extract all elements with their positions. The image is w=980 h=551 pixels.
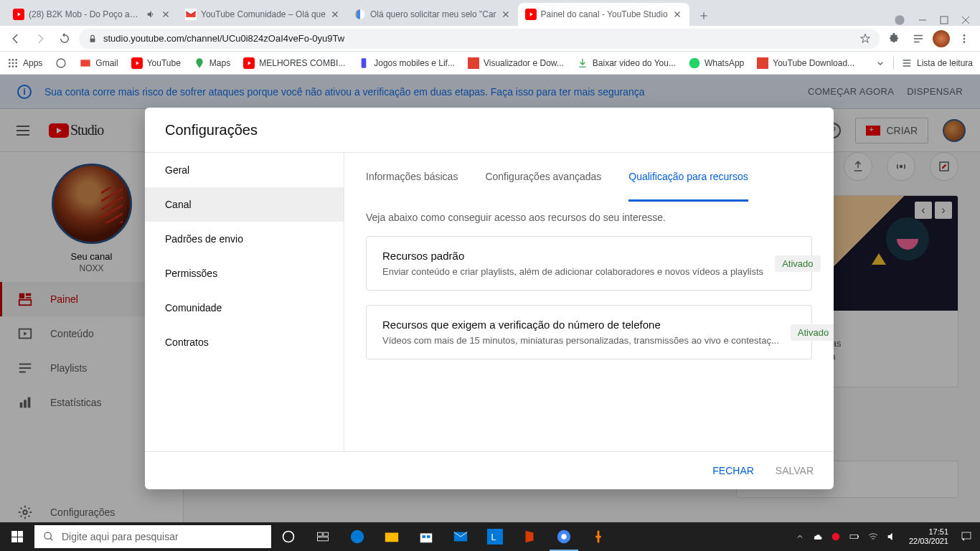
feature-description: Enviar conteúdo e criar playlists, além … [382, 266, 763, 277]
extensions-icon[interactable] [884, 29, 904, 49]
svg-text:L: L [491, 532, 496, 542]
bookmark-item[interactable]: Baixar video do You... [577, 57, 676, 69]
bookmark-item[interactable]: Visualizador e Dow... [468, 57, 564, 69]
tab-title: Painel do canal - YouTube Studio [541, 9, 668, 19]
tray-chevron-icon[interactable] [796, 532, 804, 541]
svg-rect-20 [81, 60, 90, 66]
url-text: studio.youtube.com/channel/UCu0i824zOaI4… [103, 33, 344, 44]
notifications-icon[interactable] [960, 530, 973, 543]
app-icon[interactable] [581, 522, 616, 551]
tab-feature-eligibility[interactable]: Qualificação para recursos [628, 153, 748, 202]
tab-title: Olá quero solicitar meu selo "Car [370, 9, 496, 19]
taskbar-clock[interactable]: 17:5122/03/2021 [905, 527, 953, 546]
menu-icon[interactable] [954, 29, 974, 49]
svg-rect-45 [423, 535, 426, 538]
svg-rect-54 [858, 536, 859, 538]
audio-icon[interactable] [146, 9, 156, 19]
gmail-icon [80, 57, 91, 69]
close-button[interactable]: FECHAR [712, 465, 754, 476]
modal-sidebar: Geral Canal Padrões de envio Permissões … [145, 153, 344, 451]
battery-icon[interactable] [849, 531, 860, 542]
start-button[interactable] [0, 522, 34, 551]
bookmark-item[interactable]: Jogos mobiles e Lif... [358, 57, 455, 69]
modal-nav-general[interactable]: Geral [145, 153, 344, 187]
minimize-icon[interactable] [918, 16, 927, 24]
svg-rect-55 [962, 532, 971, 539]
save-button[interactable]: SALVAR [776, 465, 814, 476]
status-badge: Ativado [791, 324, 834, 341]
star-icon[interactable] [859, 33, 871, 44]
reading-list-button[interactable]: Lista de leitura [901, 57, 973, 69]
close-icon[interactable] [161, 9, 171, 19]
svg-point-9 [963, 41, 966, 43]
apps-bookmark[interactable]: Apps [7, 57, 42, 69]
task-view-icon[interactable] [306, 522, 340, 551]
new-tab-button[interactable] [694, 6, 714, 26]
chrome-taskbar-icon[interactable] [547, 522, 581, 551]
bookmark-item[interactable]: WhatsApp [689, 57, 744, 69]
svg-point-8 [963, 37, 966, 39]
svg-point-12 [15, 59, 17, 61]
window-close-icon[interactable] [961, 16, 970, 24]
svg-point-15 [15, 62, 17, 64]
edge-icon[interactable] [340, 522, 374, 551]
cortana-icon[interactable] [271, 522, 306, 551]
bookmark-item[interactable]: Maps [194, 57, 230, 69]
tab-advanced-settings[interactable]: Configurações avançadas [485, 153, 601, 202]
reading-list-icon[interactable] [908, 29, 928, 49]
bookmarks-bar: Apps Gmail YouTube Maps MELHORES COMBI..… [0, 52, 980, 75]
app-icon[interactable]: L [478, 522, 512, 551]
bookmark-item[interactable]: YouTube Download... [757, 57, 854, 69]
svg-rect-24 [468, 57, 479, 69]
svg-point-25 [689, 57, 700, 68]
explorer-icon[interactable] [374, 522, 409, 551]
mobile-icon [358, 57, 369, 69]
profile-avatar[interactable] [933, 30, 950, 47]
bookmark-item[interactable]: YouTube [131, 57, 181, 69]
browser-tab[interactable]: YouTube Comunidade – Olá que [178, 3, 347, 26]
browser-tab-active[interactable]: Painel do canal - YouTube Studio [518, 3, 689, 26]
svg-point-42 [351, 530, 364, 543]
modal-nav-community[interactable]: Comunidade [145, 291, 344, 325]
back-button[interactable] [6, 29, 26, 49]
modal-nav-agreements[interactable]: Contratos [145, 325, 344, 359]
address-bar[interactable]: studio.youtube.com/channel/UCu0i824zOaI4… [79, 29, 880, 49]
svg-rect-41 [318, 537, 329, 541]
volume-icon[interactable] [886, 531, 897, 542]
bookmark-item[interactable] [55, 57, 67, 69]
modal-nav-channel[interactable]: Canal [145, 187, 344, 222]
bookmark-item[interactable]: Gmail [80, 57, 118, 69]
account-icon[interactable] [894, 14, 905, 26]
search-icon [43, 531, 55, 542]
onedrive-icon[interactable] [811, 531, 823, 542]
close-icon[interactable] [672, 9, 682, 19]
feature-card-phone-verification[interactable]: Recursos que exigem a verificação do núm… [366, 305, 812, 359]
bookmark-item[interactable]: MELHORES COMBI... [243, 57, 345, 69]
browser-tab[interactable]: (28) B2K Mob - Do Poço ao C [6, 3, 178, 26]
tab-basic-info[interactable]: Informações básicas [366, 153, 458, 202]
svg-point-14 [12, 62, 14, 64]
modal-nav-upload-defaults[interactable]: Padrões de envio [145, 222, 344, 256]
forward-button[interactable] [30, 29, 50, 49]
modal-intro-text: Veja abaixo como conseguir acesso aos re… [366, 212, 812, 223]
svg-point-52 [832, 533, 840, 541]
taskbar-search[interactable]: Digite aqui para pesquisar [34, 525, 271, 548]
feature-card-default[interactable]: Recursos padrão Enviar conteúdo e criar … [366, 236, 812, 291]
maps-icon [194, 57, 205, 69]
office-icon[interactable] [512, 522, 547, 551]
maximize-icon[interactable] [940, 16, 948, 24]
list-icon [901, 57, 913, 69]
browser-tab[interactable]: Olá quero solicitar meu selo "Car [347, 3, 518, 26]
svg-point-38 [283, 532, 294, 542]
wifi-icon[interactable] [867, 531, 879, 542]
close-icon[interactable] [501, 9, 511, 19]
store-icon[interactable] [409, 522, 443, 551]
modal-nav-permissions[interactable]: Permissões [145, 256, 344, 291]
download-icon [577, 57, 588, 69]
security-icon[interactable] [830, 531, 842, 542]
more-icon[interactable] [875, 57, 886, 69]
mail-icon[interactable] [443, 522, 478, 551]
reload-button[interactable] [55, 29, 75, 49]
close-icon[interactable] [330, 9, 340, 19]
svg-point-7 [963, 34, 966, 37]
